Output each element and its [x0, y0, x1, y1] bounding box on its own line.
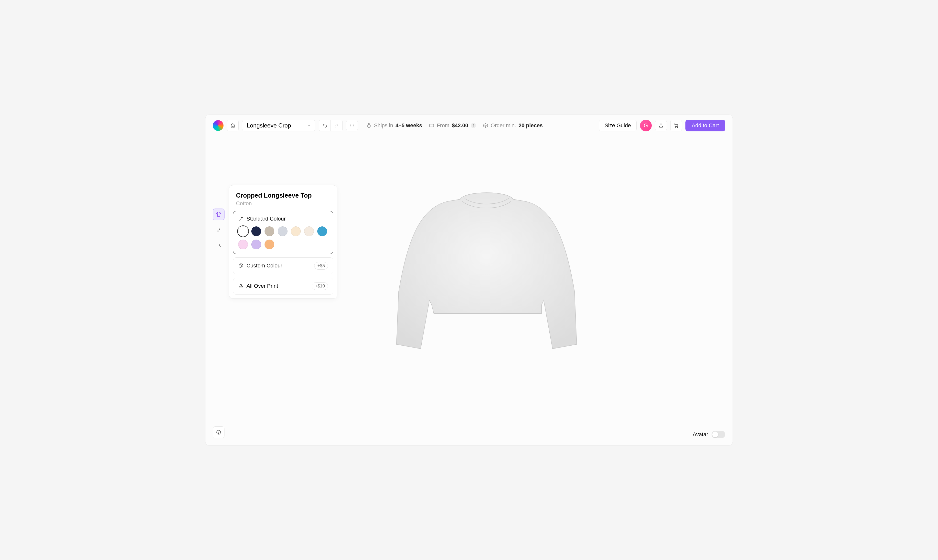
tshirt-icon: [216, 211, 221, 217]
colour-swatch-6[interactable]: [317, 226, 327, 236]
card-icon: [429, 123, 434, 128]
history-group: [319, 120, 343, 131]
avatar-toggle-group: Avatar: [693, 431, 725, 438]
svg-point-2: [675, 127, 676, 128]
home-button[interactable]: [227, 120, 239, 131]
share-button[interactable]: [655, 120, 667, 131]
undo-button[interactable]: [319, 120, 331, 131]
svg-point-7: [241, 265, 241, 265]
size-guide-button[interactable]: Size Guide: [599, 120, 637, 131]
panel-title: Cropped Longsleeve Top: [236, 192, 330, 199]
sliders-icon: [216, 227, 221, 233]
custom-colour-price: +$5: [314, 262, 328, 269]
colour-swatch-1[interactable]: [251, 226, 261, 236]
colour-swatch-9[interactable]: [264, 240, 274, 249]
colour-swatch-5[interactable]: [304, 226, 314, 236]
tool-print[interactable]: [213, 240, 225, 252]
help-button[interactable]: [213, 426, 225, 438]
svg-rect-1: [430, 124, 434, 127]
redo-icon: [334, 123, 339, 128]
garment-preview[interactable]: [377, 169, 597, 388]
all-over-print-card[interactable]: All Over Print +$10: [233, 278, 333, 295]
stamp-icon: [238, 283, 243, 289]
loading-button[interactable]: [346, 120, 358, 131]
toolbar: Longsleeve Crop Ships in 4–5 weeks From: [205, 115, 733, 136]
standard-colour-card[interactable]: Standard Colour: [233, 211, 333, 254]
panel-subtitle: Cotton: [236, 200, 330, 207]
colour-swatch-7[interactable]: [238, 240, 248, 249]
svg-point-3: [677, 127, 678, 128]
avatar-toggle-label: Avatar: [693, 431, 708, 438]
cart-icon: [674, 123, 679, 128]
colour-swatch-2[interactable]: [264, 226, 274, 236]
tool-garment[interactable]: [213, 209, 225, 220]
spinner-icon: [349, 123, 355, 128]
colour-swatch-0[interactable]: [238, 226, 248, 236]
cart-button[interactable]: [670, 120, 682, 131]
stamp-icon: [216, 243, 221, 249]
app-frame: Longsleeve Crop Ships in 4–5 weeks From: [205, 115, 733, 446]
custom-colour-card[interactable]: Custom Colour +$5: [233, 257, 333, 274]
avatar-toggle[interactable]: [712, 431, 725, 438]
user-avatar[interactable]: G: [640, 120, 652, 131]
svg-point-8: [241, 265, 242, 265]
price-info: From $42.00 ?: [429, 122, 476, 129]
eyedropper-icon: [238, 216, 243, 222]
colour-swatch-8[interactable]: [251, 240, 261, 249]
package-icon: [483, 123, 488, 128]
options-panel: Cropped Longsleeve Top Cotton Standard C…: [229, 185, 337, 299]
add-to-cart-button[interactable]: Add to Cart: [686, 120, 725, 131]
palette-icon: [238, 263, 243, 268]
timer-icon: [366, 123, 372, 128]
colour-swatch-4[interactable]: [291, 226, 301, 236]
tool-sidebar: [213, 209, 225, 252]
svg-point-4: [219, 229, 220, 229]
canvas: Cropped Longsleeve Top Cotton Standard C…: [205, 136, 733, 445]
undo-icon: [323, 123, 328, 128]
order-min-info: Order min. 20 pieces: [483, 122, 543, 129]
share-icon: [658, 123, 664, 128]
all-over-print-label: All Over Print: [246, 283, 278, 289]
product-dropdown[interactable]: Longsleeve Crop: [242, 120, 315, 131]
svg-point-6: [240, 265, 240, 265]
all-over-print-price: +$10: [312, 282, 328, 290]
home-icon: [230, 123, 235, 128]
tool-adjust[interactable]: [213, 224, 225, 236]
standard-colour-label: Standard Colour: [246, 215, 286, 222]
panel-header: Cropped Longsleeve Top Cotton: [229, 185, 337, 211]
logo: [213, 120, 223, 131]
help-icon: [216, 429, 221, 435]
price-help-icon[interactable]: ?: [471, 123, 476, 128]
redo-button[interactable]: [331, 120, 343, 131]
product-name: Longsleeve Crop: [247, 122, 291, 129]
svg-point-5: [218, 231, 218, 231]
ships-in-info: Ships in 4–5 weeks: [366, 122, 422, 129]
colour-swatch-3[interactable]: [278, 226, 288, 236]
info-group: Ships in 4–5 weeks From $42.00 ? Order m…: [366, 122, 543, 129]
colour-swatches: [238, 226, 328, 249]
custom-colour-label: Custom Colour: [246, 263, 282, 269]
chevron-down-icon: [307, 123, 311, 128]
